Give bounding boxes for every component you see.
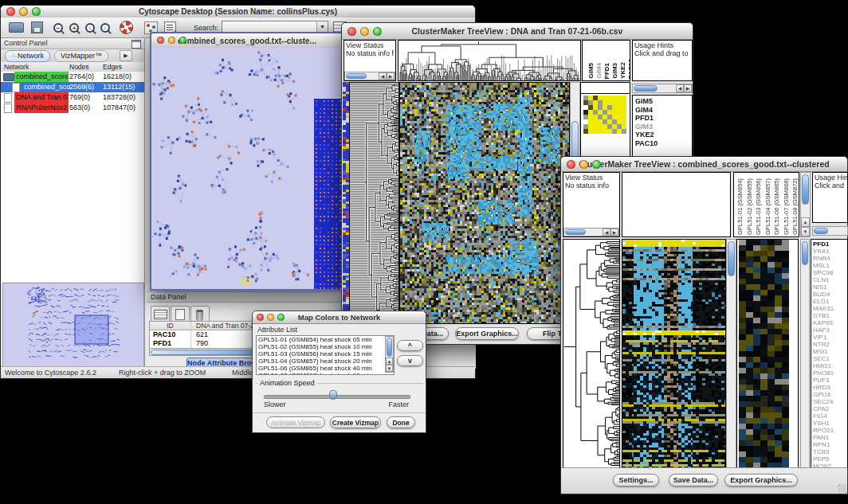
heatmap-vscrollbar[interactable] [726,239,736,468]
row-dendrogram-canvas[interactable] [350,83,398,323]
main-titlebar[interactable]: Cytoscape Desktop (Session Name: collins… [1,6,475,18]
move-up-button[interactable]: ^ [397,340,423,351]
select-attributes-icon[interactable] [151,306,170,322]
scroll-left-icon[interactable]: ◀ [603,229,610,236]
close-icon[interactable] [567,160,575,169]
zoom-window-icon[interactable] [277,314,285,321]
zoom-selected-icon[interactable]: ▫ [85,23,95,33]
scrollbar-thumb[interactable] [802,174,809,205]
gene-label: NIS1 [811,283,847,291]
float-panel-icon[interactable] [132,40,141,49]
usage-hints-scrollbar[interactable] [812,226,848,236]
attribute-item[interactable]: GPL51-03 (GSM856) heat shock 15 min [257,350,394,357]
network-row-selected[interactable]: combined_sco 2569(6) 13112(15) [1,82,144,92]
zoom-window-icon[interactable] [32,7,41,16]
scroll-down-icon[interactable]: ▼ [801,227,810,236]
scroll-left-icon[interactable]: ◀ [379,72,387,80]
close-icon[interactable] [347,27,356,36]
zoom-window-icon[interactable] [592,160,601,169]
network-view-titlebar[interactable]: combined_scores_good.txt--cluste... [151,33,343,49]
heatmap-canvas[interactable] [622,240,725,467]
zoom-out-icon[interactable]: − [53,23,63,33]
scroll-left-icon[interactable]: ◀ [676,84,684,92]
selected-cluster-panel[interactable] [736,239,799,468]
gene-list-scrollbar[interactable]: ◀ ▶ [632,84,693,93]
minimize-icon[interactable] [579,160,588,169]
scrollbar-thumb[interactable] [634,85,658,92]
zoom-in-icon[interactable]: + [69,23,79,33]
heatmap-canvas[interactable] [400,83,569,323]
done-button[interactable]: Done [387,416,415,428]
attribute-item[interactable]: GPL51-04 (GSM857) heat shock 20 min [257,357,394,365]
selected-cluster-heatmap-canvas[interactable] [739,240,789,467]
column-dendrogram-panel[interactable] [622,172,731,237]
network-canvas[interactable] [151,48,343,289]
save-data-button[interactable]: Save Data... [669,474,718,486]
new-attribute-icon[interactable] [171,306,190,322]
minimize-icon[interactable] [267,314,274,321]
attribute-item[interactable]: GPL51-07 (GSM868) heat shock 60 min [257,372,394,375]
zoom-window-icon[interactable] [179,37,186,44]
create-vizmap-button[interactable]: Create Vizmap [330,416,381,428]
row-dendrogram-panel[interactable] [563,239,620,468]
network-overview-panel[interactable] [2,283,144,367]
network-row-combined-scores[interactable]: combined_scores 2764(0) 16218(0) [1,72,144,82]
attribute-item[interactable]: GPL51-02 (GSM855) heat shock 10 min [257,343,394,350]
help-lifesaver-icon[interactable] [120,21,133,34]
status-scrollbar[interactable]: ◀ ▶ [563,228,619,236]
column-label: GIM3 [611,63,618,79]
move-down-button[interactable]: v [397,355,423,366]
scroll-down-icon[interactable]: ▼ [386,365,393,372]
export-graphics-button[interactable]: Export Graphics... [724,474,798,486]
minimize-icon[interactable] [19,7,28,16]
heatmap-panel[interactable] [399,82,570,324]
attribute-item[interactable]: GPL51-01 (GSM854) heat shock 05 min [257,336,394,343]
heatmap-panel[interactable] [622,239,726,468]
tab-overflow-arrow-icon[interactable]: ▶ [120,50,132,61]
tab-network[interactable]: ∴ Network [5,50,50,62]
dialog-titlebar[interactable]: Map Colors to Network [253,311,426,324]
speed-slider-thumb[interactable] [329,390,337,400]
close-icon[interactable] [6,7,15,16]
scroll-up-icon[interactable]: ▲ [801,217,810,227]
open-file-icon[interactable] [9,22,24,33]
save-icon[interactable] [31,21,43,33]
column-dendrogram-canvas[interactable] [398,41,580,80]
scrollbar-thumb[interactable] [565,229,586,235]
column-dendrogram-panel[interactable] [398,40,581,81]
zoom-fit-icon[interactable]: ◦ [100,23,110,33]
attribute-list-scrollbar[interactable]: ▲ ▼ [385,336,394,373]
selected-cluster-heatmap-canvas[interactable] [583,96,626,134]
resize-grip[interactable] [838,484,846,493]
minimize-icon[interactable] [168,37,175,44]
treeview1-titlebar[interactable]: ClusterMaker TreeView : DNA and Tran 07-… [342,23,693,40]
status-scrollbar[interactable]: ◀ ▶ [344,72,395,80]
cluster-vscrollbar[interactable] [800,239,810,468]
network-overview-canvas[interactable] [3,283,142,365]
scroll-right-icon[interactable]: ▶ [387,72,395,80]
column-labels-scrollbar[interactable]: ▲ ▼ [800,172,811,237]
row-dendrogram-canvas[interactable] [563,240,619,467]
scrollbar-thumb[interactable] [387,338,392,357]
delete-attribute-icon[interactable] [190,306,210,322]
network-row-dna-tran[interactable]: DNA and Tran 07 769(0) 183728(0) [1,92,144,103]
export-graphics-button[interactable]: Export Graphics... [455,327,519,340]
scrollbar-thumb[interactable] [728,241,735,276]
tab-vizmapper[interactable]: VizMapper™ [54,50,108,62]
attribute-item[interactable]: GPL51-06 (GSM865) heat shock 40 min [257,365,394,372]
row-dendrogram-panel[interactable] [349,82,399,324]
close-icon[interactable] [257,314,264,321]
close-icon[interactable] [157,37,164,44]
scroll-right-icon[interactable]: ▶ [684,84,692,92]
scroll-right-icon[interactable]: ▶ [610,229,618,236]
scroll-up-icon[interactable]: ▲ [386,357,393,365]
treeview2-titlebar[interactable]: ClusterMaker TreeView : combined_scores_… [561,157,847,172]
network-row-rnapuber[interactable]: RNAPuberNov2+ 563(0) 107847(0) [1,103,144,113]
minimize-icon[interactable] [360,27,369,36]
scrollbar-thumb[interactable] [802,241,808,265]
scrollbar-thumb[interactable] [814,228,828,234]
scrollbar-thumb[interactable] [346,73,367,79]
speed-slider-track[interactable] [264,395,410,399]
settings-button[interactable]: Settings... [613,474,659,486]
zoom-window-icon[interactable] [373,27,382,36]
